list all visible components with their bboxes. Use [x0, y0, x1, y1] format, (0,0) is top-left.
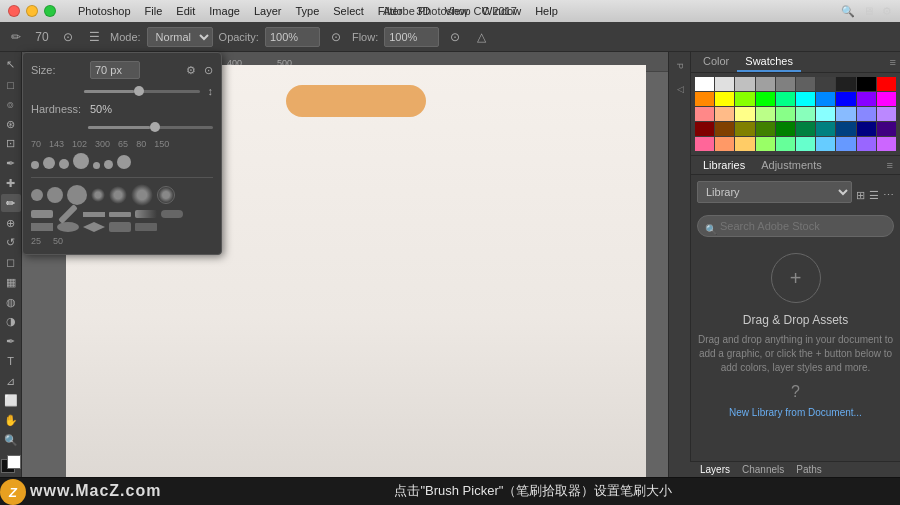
blur-tool[interactable]: ◍: [1, 293, 21, 311]
new-library-link[interactable]: New Library from Document...: [697, 407, 894, 418]
swatch-black[interactable]: [857, 77, 876, 91]
swatch-lt-green[interactable]: [776, 107, 795, 121]
eyedropper-tool[interactable]: ✒: [1, 155, 21, 173]
brush-dot-4[interactable]: [73, 153, 89, 169]
swatch-midgray[interactable]: [776, 77, 795, 91]
brush-dot-5[interactable]: [93, 162, 100, 169]
help-icon[interactable]: ?: [697, 383, 894, 401]
swatch-violet[interactable]: [857, 92, 876, 106]
swatch-sky[interactable]: [816, 137, 835, 151]
swatch-periwinkle[interactable]: [836, 137, 855, 151]
swatch-lime[interactable]: [735, 92, 754, 106]
swatch-darker[interactable]: [816, 77, 835, 91]
brush-preset-picker[interactable]: ⊙: [58, 27, 78, 47]
swatch-darkgray[interactable]: [796, 77, 815, 91]
brush-soft-md[interactable]: [109, 186, 127, 204]
brush-dot-1[interactable]: [31, 161, 39, 169]
swatch-dk-navy[interactable]: [857, 122, 876, 136]
menu-help[interactable]: Help: [535, 5, 558, 17]
swatch-lt-azure[interactable]: [836, 107, 855, 121]
swatch-azure[interactable]: [816, 92, 835, 106]
flow-input[interactable]: [384, 27, 439, 47]
swatch-cyan[interactable]: [796, 92, 815, 106]
swatch-lavender[interactable]: [857, 137, 876, 151]
swatch-teal[interactable]: [816, 122, 835, 136]
brush-sp-2[interactable]: [57, 222, 79, 232]
brush-settings-icon[interactable]: ⚙: [186, 64, 196, 77]
menu-type[interactable]: Type: [295, 5, 319, 17]
brush-soft-lg[interactable]: [131, 184, 153, 206]
swatch-indigo[interactable]: [877, 122, 896, 136]
brush-size-display[interactable]: 70: [32, 27, 52, 47]
settings-icon[interactable]: ⚙: [882, 5, 892, 18]
dodge-tool[interactable]: ◑: [1, 313, 21, 331]
brush-dot-7[interactable]: [117, 155, 131, 169]
swatch-orchid[interactable]: [877, 137, 896, 151]
swatch-lt-blue[interactable]: [857, 107, 876, 121]
quick-select-tool[interactable]: ⊛: [1, 115, 21, 133]
history-brush-tool[interactable]: ↺: [1, 234, 21, 252]
brush-tool-icon[interactable]: ✏: [6, 27, 26, 47]
clone-stamp-tool[interactable]: ⊕: [1, 214, 21, 232]
monitor-icon[interactable]: 🖥: [863, 5, 874, 17]
swatch-gold[interactable]: [735, 137, 754, 151]
tab-layers[interactable]: Layers: [694, 462, 736, 477]
brush-round-1[interactable]: [161, 210, 183, 218]
foreground-color-swatch[interactable]: [7, 455, 21, 469]
search-stock-input[interactable]: [697, 215, 894, 237]
shape-tool[interactable]: ⬜: [1, 392, 21, 410]
libs-grid-icon[interactable]: ⊞: [856, 189, 865, 202]
brush-dot-6[interactable]: [104, 160, 113, 169]
swatch-yellow[interactable]: [715, 92, 734, 106]
brush-hard-lg[interactable]: [67, 185, 87, 205]
brush-soft-xl[interactable]: [157, 186, 175, 204]
hardness-slider[interactable]: [88, 119, 213, 135]
brush-size-input[interactable]: [90, 61, 140, 79]
crop-tool[interactable]: ⊡: [1, 135, 21, 153]
swatch-lt-spring[interactable]: [796, 107, 815, 121]
swatch-dk-green[interactable]: [776, 122, 795, 136]
maximize-button[interactable]: [44, 5, 56, 17]
swatch-silver[interactable]: [735, 77, 754, 91]
swatch-maroon[interactable]: [695, 122, 714, 136]
swatch-aqua[interactable]: [796, 137, 815, 151]
brush-tool[interactable]: ✏: [1, 194, 21, 212]
menu-layer[interactable]: Layer: [254, 5, 282, 17]
menu-photoshop[interactable]: Photoshop: [78, 5, 131, 17]
minimize-button[interactable]: [26, 5, 38, 17]
brush-soft-sm[interactable]: [91, 188, 105, 202]
swatch-lightgray[interactable]: [715, 77, 734, 91]
close-button[interactable]: [8, 5, 20, 17]
eraser-tool[interactable]: ◻: [1, 254, 21, 272]
swatch-olive[interactable]: [735, 122, 754, 136]
swatch-mint[interactable]: [776, 137, 795, 151]
panel-menu-icon[interactable]: ≡: [890, 56, 896, 68]
libs-list-icon[interactable]: ☰: [869, 189, 879, 202]
brush-flat-2[interactable]: [58, 204, 78, 224]
add-assets-button[interactable]: +: [771, 253, 821, 303]
size-flip-icon[interactable]: ↕: [208, 85, 214, 97]
brush-options-icon[interactable]: ☰: [84, 27, 104, 47]
swatch-lt-cyan[interactable]: [816, 107, 835, 121]
hand-tool[interactable]: ✋: [1, 412, 21, 430]
brush-flat-3[interactable]: [83, 212, 105, 217]
pen-tool[interactable]: ✒: [1, 333, 21, 351]
type-tool[interactable]: T: [1, 352, 21, 370]
menu-select[interactable]: Select: [333, 5, 364, 17]
lasso-tool[interactable]: ⌾: [1, 96, 21, 114]
airbrush-icon[interactable]: △: [471, 27, 491, 47]
path-tool[interactable]: ⊿: [1, 372, 21, 390]
properties-icon[interactable]: P: [670, 56, 690, 76]
brush-flat-1[interactable]: [31, 210, 53, 218]
healing-brush-tool[interactable]: ✚: [1, 175, 21, 193]
search-icon[interactable]: 🔍: [841, 5, 855, 18]
swatch-blue[interactable]: [836, 92, 855, 106]
brush-sp-5[interactable]: [135, 223, 157, 231]
marquee-tool[interactable]: □: [1, 76, 21, 94]
library-select[interactable]: Library: [697, 181, 852, 203]
swatch-lt-lime[interactable]: [756, 107, 775, 121]
swatch-magenta[interactable]: [877, 92, 896, 106]
libs-settings-icon[interactable]: ⋯: [883, 189, 894, 202]
swatch-lt-yellow[interactable]: [735, 107, 754, 121]
swatch-orange[interactable]: [695, 92, 714, 106]
